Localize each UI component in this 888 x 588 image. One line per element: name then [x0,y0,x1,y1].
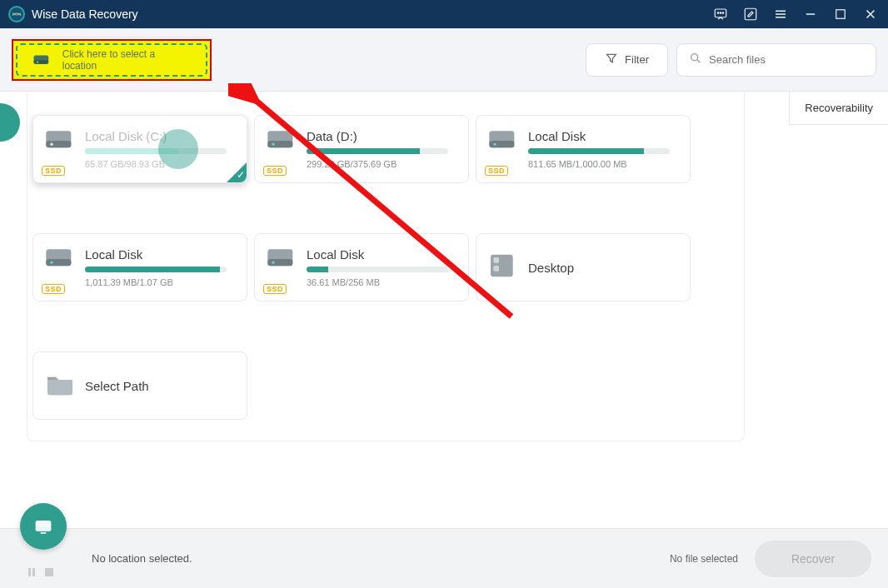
close-icon[interactable] [861,5,880,23]
svg-point-2 [720,12,721,14]
drive-size: 36.61 MB/256 MB [307,277,458,287]
drive-grid: Local Disk (C:) 65.87 GB/98.93 GB SSD ✓ … [27,107,744,420]
search-icon [689,52,702,68]
svg-rect-27 [493,266,499,272]
drive-size: 65.87 GB/98.93 GB [85,159,237,169]
recoverability-tab[interactable]: Recoverability [789,92,888,125]
app-title: Wise Data Recovery [32,7,138,21]
toolbar: Click here to select a location Filter [0,28,888,92]
svg-point-21 [50,262,52,264]
drive-size: 811.65 MB/1,000.00 MB [528,159,680,169]
select-path-label: Select Path [85,379,237,393]
drive-name: Data (D:) [307,129,458,143]
selection-overlay-icon [158,129,198,169]
select-location-callout[interactable]: Click here to select a location [12,39,212,81]
svg-rect-30 [36,527,52,531]
hdd-icon [265,242,298,276]
svg-point-3 [722,12,724,14]
pause-icon[interactable] [28,568,37,576]
svg-rect-7 [33,60,48,63]
svg-point-15 [272,143,274,146]
usage-bar [307,148,448,154]
ssd-badge: SSD [263,166,287,176]
window-controls [711,5,880,23]
svg-rect-26 [493,257,499,263]
svg-point-18 [493,143,496,146]
svg-rect-5 [836,10,846,19]
drive-name: Local Disk [528,129,680,143]
main-area: Recoverability Local Disk (C:) 65.87 GB/… [0,92,888,528]
select-path-card[interactable]: Select Path [32,351,247,420]
desktop-card[interactable]: Desktop [476,233,691,301]
mini-controls [28,568,53,576]
svg-point-12 [50,143,52,146]
drive-card-4[interactable]: Local Disk 1,011.39 MB/1.07 GB SSD [32,233,247,301]
search-box[interactable] [676,43,876,77]
search-input[interactable] [709,53,864,66]
recover-button[interactable]: Recover [755,541,871,577]
hdd-icon [265,124,298,157]
check-icon: ✓ [237,169,245,181]
usage-bar [85,148,227,154]
svg-point-24 [272,262,274,264]
hdd-icon [43,242,77,276]
ssd-badge: SSD [263,284,287,294]
svg-rect-11 [46,141,71,147]
drive-card-d[interactable]: Data (D:) 299.23 GB/375.69 GB SSD [254,115,469,183]
svg-point-9 [691,53,698,60]
desktop-label: Desktop [528,261,680,275]
ssd-badge: SSD [485,166,508,176]
stop-icon[interactable] [45,568,53,576]
drive-size: 1,011.39 MB/1.07 GB [85,277,237,287]
drive-card-c[interactable]: Local Disk (C:) 65.87 GB/98.93 GB SSD ✓ [32,115,247,183]
feedback-icon[interactable] [711,5,730,23]
filter-icon [605,52,618,67]
drive-card-5[interactable]: Local Disk 36.61 MB/256 MB SSD [254,233,469,301]
ssd-badge: SSD [42,166,65,176]
footer: No location selected. No file selected R… [0,528,888,588]
folder-icon [43,367,77,404]
drive-name: Local Disk [85,247,237,262]
svg-rect-20 [46,259,71,266]
select-location-text: Click here to select a location [62,48,191,72]
drive-name: Local Disk [307,247,458,262]
app-logo-icon [8,6,25,22]
usage-bar [528,148,670,154]
drive-card-3[interactable]: Local Disk 811.65 MB/1,000.00 MB SSD [476,115,691,183]
no-file-text: No file selected [670,553,738,565]
svg-rect-4 [745,8,756,20]
menu-icon[interactable] [771,5,790,23]
minimize-icon[interactable] [801,5,820,23]
location-panel: Local Disk (C:) 65.87 GB/98.93 GB SSD ✓ … [27,92,745,441]
titlebar: Wise Data Recovery [0,0,888,28]
desktop-icon [486,249,520,286]
drive-size: 299.23 GB/375.69 GB [307,159,458,169]
svg-rect-17 [489,141,514,147]
svg-point-8 [37,61,38,62]
ssd-badge: SSD [42,284,65,294]
svg-point-1 [717,12,719,14]
svg-rect-31 [41,532,47,534]
svg-rect-14 [267,141,292,147]
status-text: No location selected. [92,552,192,565]
side-accent [0,103,20,142]
filter-button[interactable]: Filter [586,43,668,77]
drive-icon [32,52,52,68]
usage-bar [85,267,227,272]
hdd-icon [486,124,520,157]
usage-bar [307,267,448,272]
scan-fab[interactable] [20,503,67,550]
hdd-icon [43,124,77,157]
maximize-icon[interactable] [831,5,850,23]
filter-label: Filter [625,53,649,66]
edit-icon[interactable] [741,5,760,23]
svg-rect-23 [267,259,292,266]
